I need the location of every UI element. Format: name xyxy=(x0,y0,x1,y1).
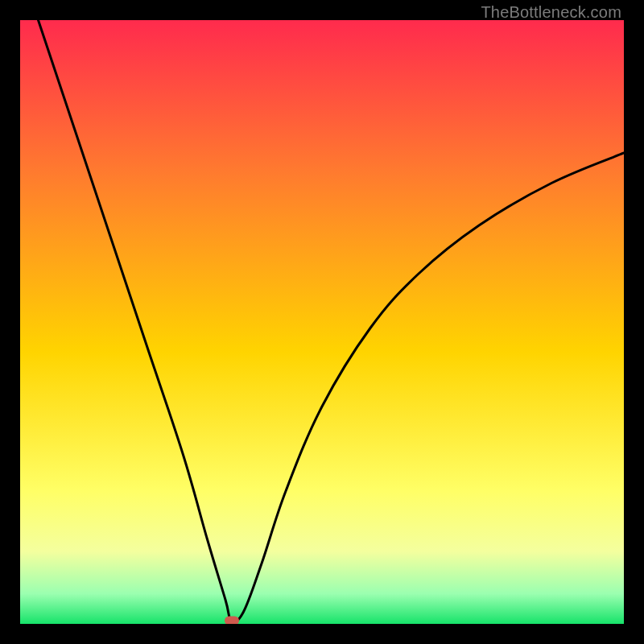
bottleneck-curve xyxy=(39,20,625,621)
optimal-marker xyxy=(225,617,239,624)
chart-frame: TheBottleneck.com xyxy=(0,0,644,644)
watermark-text: TheBottleneck.com xyxy=(481,3,621,22)
plot-area xyxy=(20,20,624,624)
curve-layer xyxy=(20,20,624,624)
